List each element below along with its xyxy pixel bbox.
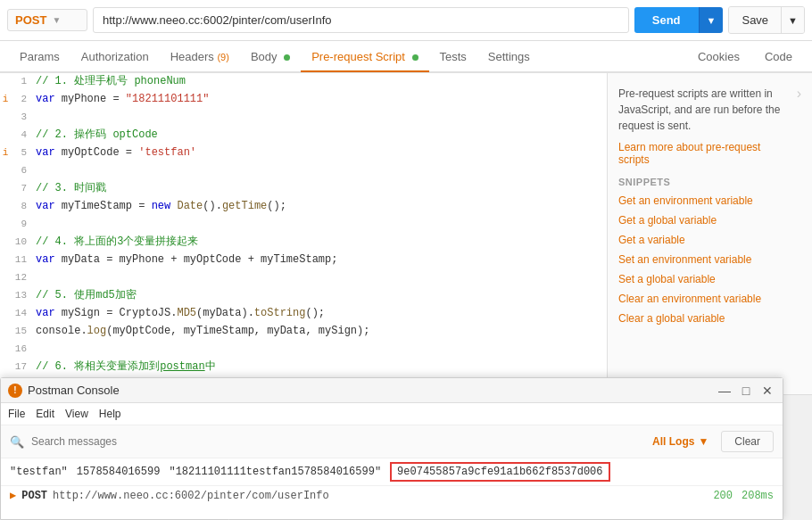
tab-cookies[interactable]: Cookies [687, 43, 750, 70]
console-search-input[interactable] [31, 435, 640, 448]
tab-settings[interactable]: Settings [477, 43, 541, 70]
right-panel-desc: Pre-request scripts are written in JavaS… [618, 86, 791, 134]
log-val-highlight: 9e07455857a9cfe91a1b662f8537d006 [390, 462, 609, 482]
console-title: Postman Console [28, 384, 717, 397]
save-arrow-button[interactable]: ▼ [781, 7, 804, 33]
console-menu-view[interactable]: View [65, 406, 88, 422]
console-log-area: "testfan" 1578584016599 "18211101111test… [1, 458, 783, 505]
snippets-title: SNIPPETS [618, 177, 801, 187]
save-btn-group: Save ▼ [728, 6, 805, 34]
code-line-11: 11 var myData = myPhone + myOptCode + my… [0, 252, 607, 269]
code-line-1: 1 // 1. 处理手机号 phoneNum [0, 73, 607, 91]
all-logs-chevron: ▼ [698, 435, 708, 448]
status-ms: 208ms [742, 490, 774, 502]
save-button[interactable]: Save [729, 7, 781, 33]
url-input[interactable] [93, 7, 629, 33]
right-panel-collapse[interactable]: › [797, 86, 801, 102]
all-logs-label: All Logs [652, 435, 694, 448]
console-search-bar: 🔍 All Logs ▼ Clear [1, 425, 783, 458]
code-line-14: 14 var mySign = CryptoJS.MD5(myData).toS… [0, 305, 607, 323]
snippet-clear-global[interactable]: Clear a global variable [618, 312, 801, 325]
code-line-6: 6 [0, 162, 607, 180]
all-logs-button[interactable]: All Logs ▼ [647, 433, 714, 450]
tab-authorization[interactable]: Authorization [70, 43, 160, 70]
req-method: POST [21, 490, 47, 502]
console-menu: File Edit View Help [1, 403, 783, 425]
status-code: 200 [713, 490, 733, 502]
snippet-get-var[interactable]: Get a variable [618, 234, 801, 246]
code-line-8: 8 var myTimeStamp = new Date().getTime()… [0, 198, 607, 216]
req-url: http://www.neeo.cc:6002/pinter/com/userI… [53, 490, 329, 502]
snippet-set-env[interactable]: Set an environment variable [618, 253, 801, 266]
console-log-row-data: "testfan" 1578584016599 "18211101111test… [1, 458, 783, 486]
line-marker-2: i [0, 91, 11, 108]
console-close-button[interactable]: ✕ [759, 383, 775, 399]
code-line-12: 12 [0, 269, 607, 287]
console-log-row-req: ▶ POST http://www.neeo.cc:6002/pinter/co… [1, 486, 783, 505]
log-val-2: 1578584016599 [77, 466, 161, 478]
send-btn-group: Send ▼ [634, 7, 724, 33]
console-titlebar: Postman Console — □ ✕ [1, 378, 783, 403]
console-menu-file[interactable]: File [8, 406, 25, 422]
send-arrow-button[interactable]: ▼ [699, 7, 724, 33]
snippet-get-global[interactable]: Get a global variable [618, 214, 801, 227]
log-val-3: "18211101111testfan1578584016599" [169, 466, 381, 478]
snippet-get-env[interactable]: Get an environment variable [618, 194, 801, 207]
tab-body[interactable]: Body [240, 43, 301, 70]
console-icon [8, 384, 22, 398]
code-line-5: i5 var myOptCode = 'testfan' [0, 144, 607, 162]
method-label: POST [15, 13, 46, 27]
top-bar: POST ▼ Send ▼ Save ▼ [0, 0, 812, 41]
console-maximize-button[interactable]: □ [738, 383, 754, 399]
line-marker-1 [0, 73, 11, 74]
line-marker-5: i [0, 144, 11, 161]
code-line-9: 9 [0, 216, 607, 234]
tabs-bar: Params Authorization Headers (9) Body Pr… [0, 41, 812, 73]
tab-right-actions: Cookies Code [687, 43, 803, 70]
req-arrow-icon: ▶ [10, 489, 16, 502]
code-line-17: 17 // 6. 将相关变量添加到postman中 [0, 359, 607, 376]
console-minimize-button[interactable]: — [717, 383, 733, 399]
code-line-13: 13 // 5. 使用md5加密 [0, 287, 607, 305]
tab-tests[interactable]: Tests [429, 43, 477, 70]
code-line-16: 16 [0, 341, 607, 359]
learn-more-link[interactable]: Learn more about pre-request scripts [618, 141, 791, 166]
log-val-1: "testfan" [10, 466, 68, 478]
tab-params[interactable]: Params [9, 43, 70, 70]
code-editor[interactable]: 1 // 1. 处理手机号 phoneNum i2 var myPhone = … [0, 73, 607, 394]
code-line-10: 10 // 4. 将上面的3个变量拼接起来 [0, 234, 607, 252]
right-panel: Pre-request scripts are written in JavaS… [607, 73, 812, 394]
tab-code[interactable]: Code [754, 43, 803, 70]
search-icon: 🔍 [10, 435, 24, 449]
code-line-15: 15 console.log(myOptCode, myTimeStamp, m… [0, 323, 607, 341]
main-area: 1 // 1. 处理手机号 phoneNum i2 var myPhone = … [0, 73, 812, 395]
method-chevron: ▼ [52, 15, 61, 25]
code-line-4: 4 // 2. 操作码 optCode [0, 127, 607, 144]
console-menu-help[interactable]: Help [99, 406, 121, 422]
console-menu-edit[interactable]: Edit [36, 406, 54, 422]
method-select[interactable]: POST ▼ [7, 9, 87, 31]
snippet-set-global[interactable]: Set a global variable [618, 273, 801, 285]
send-button[interactable]: Send [634, 7, 699, 33]
tab-headers[interactable]: Headers (9) [160, 43, 240, 70]
snippet-clear-env[interactable]: Clear an environment variable [618, 293, 801, 305]
console-window: Postman Console — □ ✕ File Edit View Hel… [0, 377, 783, 520]
console-controls: — □ ✕ [717, 383, 775, 399]
code-line-7: 7 // 3. 时间戳 [0, 180, 607, 198]
code-line-3: 3 [0, 109, 607, 127]
tab-pre-request-script[interactable]: Pre-request Script [301, 43, 428, 72]
code-line-2: i2 var myPhone = "18211101111" [0, 91, 607, 109]
clear-button[interactable]: Clear [721, 431, 774, 452]
